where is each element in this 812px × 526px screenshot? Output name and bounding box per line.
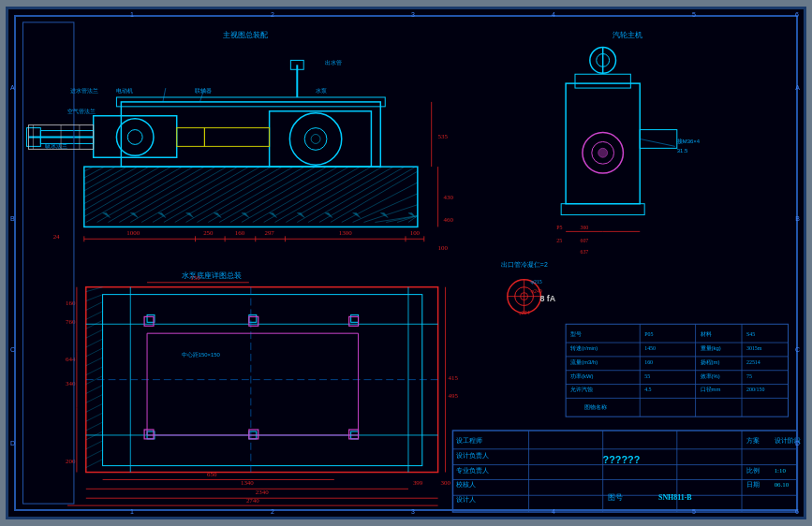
marker-3: 3 (411, 11, 415, 18)
marker-5-b: 5 (692, 508, 696, 515)
marker-D-r: D (795, 440, 800, 446)
drawing-container: 1 2 3 4 5 6 A B C D A B C D 1 2 3 4 5 6 … (6, 7, 806, 519)
marker-A: A (10, 84, 15, 91)
marker-B-r: B (795, 215, 800, 222)
marker-4-b: 4 (552, 508, 555, 515)
marker-C-r: C (795, 346, 800, 353)
outer-border (14, 15, 798, 511)
marker-5: 5 (692, 11, 696, 18)
marker-4: 4 (552, 11, 555, 18)
marker-3-b: 3 (411, 508, 415, 515)
marker-B: B (10, 215, 15, 222)
marker-6-b: 6 (795, 508, 799, 515)
marker-1-b: 1 (130, 508, 134, 515)
marker-6: 6 (795, 11, 799, 18)
marker-A-r: A (795, 84, 800, 91)
marker-1: 1 (130, 11, 134, 18)
marker-C: C (10, 346, 15, 353)
marker-D: D (10, 440, 15, 446)
marker-2-b: 2 (271, 508, 274, 515)
marker-2: 2 (271, 11, 274, 18)
